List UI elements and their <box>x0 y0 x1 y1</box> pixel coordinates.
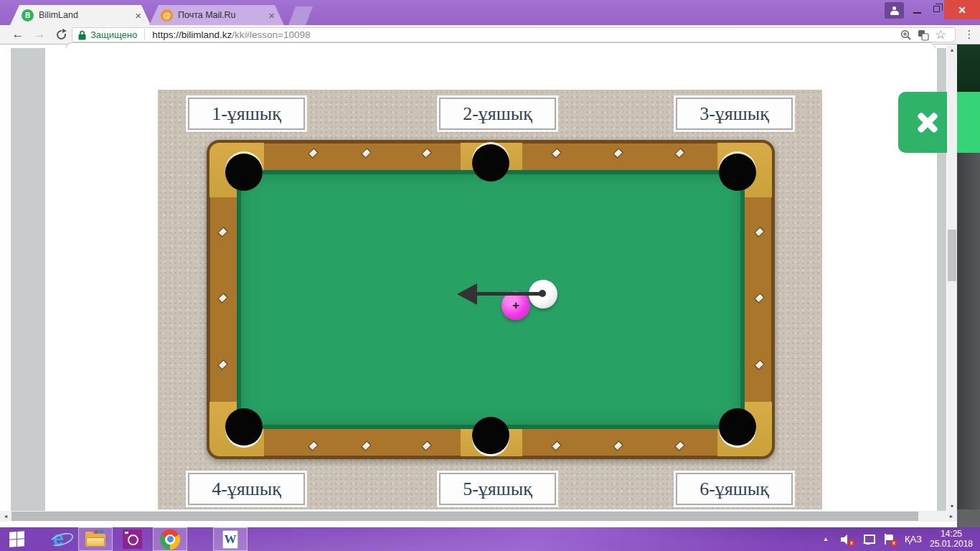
tab-title: BilimLand <box>39 10 133 20</box>
reload-icon <box>57 30 66 39</box>
new-tab-button[interactable] <box>288 6 313 25</box>
windows-logo-icon <box>9 531 25 548</box>
chrome-menu-button[interactable]: ⋮ <box>961 27 977 42</box>
tray-expand-button[interactable]: ▲ <box>818 527 834 551</box>
back-button[interactable]: ← <box>9 25 27 44</box>
tab-bilimland[interactable]: B BilimLand × <box>10 5 151 25</box>
translate-button[interactable] <box>915 28 932 42</box>
scroll-left-icon[interactable]: ◄ <box>0 511 11 522</box>
rail-diamond <box>551 441 562 451</box>
lock-icon <box>78 30 86 40</box>
scroll-right-icon[interactable]: ► <box>946 511 957 522</box>
alert-badge-icon: x <box>890 540 897 547</box>
browser-toolbar: ← → Защищено https://bilimland.kz/kk#les… <box>0 25 980 44</box>
address-bar[interactable]: Защищено https://bilimland.kz/kk#lesson=… <box>72 27 956 42</box>
rail-diamond <box>674 441 685 451</box>
vertical-scrollbar[interactable]: ▲ ▼ <box>947 44 957 511</box>
tab-title: Почта Mail.Ru <box>178 10 266 20</box>
security-label: Защищено <box>90 29 137 40</box>
tab-close-icon[interactable]: × <box>266 9 277 22</box>
profile-button[interactable] <box>885 2 904 19</box>
side-panel-body <box>957 153 980 509</box>
content-card-edge <box>66 42 936 48</box>
taskbar-clock[interactable]: 14:25 25.01.2018 <box>928 529 974 550</box>
taskbar-file-explorer[interactable] <box>78 527 113 551</box>
pocket-6[interactable] <box>719 408 756 446</box>
flag-alert-icon: x <box>885 534 895 545</box>
tray-expand-icon: ▲ <box>823 536 829 542</box>
close-icon: ✕ <box>958 4 966 16</box>
taskbar-camera-app[interactable] <box>116 527 149 551</box>
back-icon: ← <box>12 27 24 42</box>
rail-diamond <box>217 227 228 237</box>
reload-button[interactable] <box>52 25 70 44</box>
rail-diamond <box>754 359 765 370</box>
horizontal-scroll-thumb[interactable] <box>11 512 918 521</box>
close-window-button[interactable]: ✕ <box>944 0 980 19</box>
taskbar-chrome[interactable] <box>153 527 187 551</box>
pocket-2[interactable] <box>472 144 509 182</box>
start-button[interactable] <box>0 527 34 551</box>
left-gutter <box>11 48 45 511</box>
url-path: /kk#lesson=10098 <box>232 29 310 40</box>
table-felt <box>237 170 745 429</box>
mailru-favicon-icon: @ <box>161 9 173 22</box>
vertical-scroll-thumb[interactable] <box>948 230 956 281</box>
aim-arrow-head[interactable] <box>457 283 477 305</box>
rail-diamond <box>361 441 372 451</box>
zoom-button[interactable] <box>897 28 915 42</box>
taskbar-internet-explorer[interactable]: e <box>42 527 75 551</box>
rail-diamond <box>754 293 765 303</box>
volume-tray-button[interactable]: x <box>837 527 857 551</box>
tab-close-icon[interactable]: × <box>133 9 143 22</box>
pocket-3[interactable] <box>719 154 756 191</box>
translate-icon <box>918 29 929 41</box>
windows-taskbar: e W ▲ x x ҚАЗ 14:25 25.01.2018 <box>0 527 980 551</box>
clock-time: 14:25 <box>928 529 974 539</box>
scroll-down-icon[interactable]: ▼ <box>947 501 957 511</box>
pocket-label-1: 1-ұяшық <box>188 98 305 130</box>
pocket-4[interactable] <box>225 408 263 446</box>
rail-diamond <box>421 441 432 451</box>
tab-mailru[interactable]: @ Почта Mail.Ru × <box>149 5 284 25</box>
bilimland-favicon-icon: B <box>22 9 34 22</box>
language-indicator[interactable]: ҚАЗ <box>901 527 925 551</box>
aim-arrow-line[interactable] <box>476 292 543 296</box>
pocket-label-6: 6-ұяшық <box>676 473 793 505</box>
star-icon: ☆ <box>935 27 946 42</box>
desktop: B BilimLand × @ Почта Mail.Ru × ✕ ← → За… <box>0 0 980 551</box>
person-icon <box>890 6 899 15</box>
pocket-label-4: 4-ұяшық <box>188 473 305 505</box>
rail-diamond <box>613 148 623 159</box>
horizontal-scrollbar[interactable]: ◄ ► <box>0 511 957 522</box>
folder-icon <box>85 532 105 547</box>
scroll-up-icon[interactable]: ▲ <box>947 44 957 55</box>
url-domain: https://bilimland.kz <box>152 29 232 40</box>
taskbar-word[interactable]: W <box>213 527 248 551</box>
action-center-button[interactable]: x <box>880 527 900 551</box>
rail-diamond <box>613 441 623 451</box>
rail-diamond <box>308 441 319 451</box>
side-panel-footer <box>957 509 980 527</box>
rail-diamond <box>674 148 685 159</box>
url-text[interactable]: https://bilimland.kz/kk#lesson=10098 <box>152 29 897 40</box>
url-separator <box>144 29 145 40</box>
network-icon <box>862 534 874 545</box>
crosshair-icon: + <box>512 298 519 313</box>
pocket-1[interactable] <box>225 154 263 191</box>
minimize-button[interactable] <box>908 2 925 18</box>
bookmark-button[interactable]: ☆ <box>932 28 949 42</box>
network-tray-button[interactable] <box>858 527 878 551</box>
rail-diamond <box>308 148 319 159</box>
word-icon: W <box>222 530 238 549</box>
forward-button[interactable]: → <box>30 25 49 44</box>
restore-button[interactable] <box>928 2 946 18</box>
rail-diamond <box>551 148 562 159</box>
pocket-5[interactable] <box>472 417 509 454</box>
clock-date: 25.01.2018 <box>928 539 974 549</box>
speaker-muted-icon: x <box>841 534 852 545</box>
chrome-icon <box>160 529 180 550</box>
kebab-menu-icon: ⋮ <box>964 28 975 41</box>
rail-diamond <box>217 359 228 370</box>
target-ball[interactable]: + <box>501 291 530 320</box>
